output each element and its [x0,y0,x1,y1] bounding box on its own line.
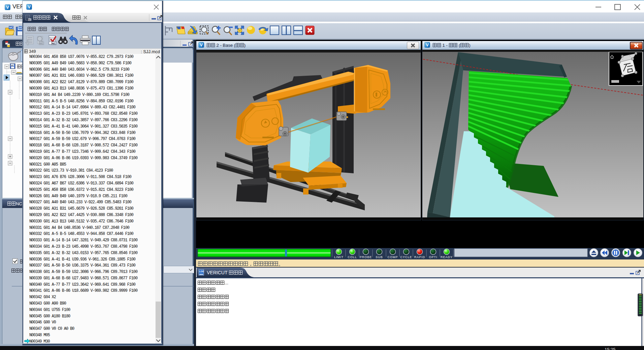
svg-text:NC: NC [52,42,56,45]
svg-text:NC: NC [29,19,32,21]
svg-text:VC: VC [11,65,14,67]
svg-text:VC: VC [9,26,13,29]
svg-text:LOG: LOG [199,270,204,273]
svg-text:OPTI: OPTI [429,255,437,259]
svg-text:LIMIT: LIMIT [334,255,344,259]
svg-text:CYCLE: CYCLE [400,255,412,259]
svg-text:COLL: COLL [348,255,357,259]
svg-text:SUB: SUB [376,255,383,259]
svg-text:PROBE: PROBE [360,255,372,259]
svg-text:READY: READY [441,255,453,259]
svg-text:NC: NC [39,42,43,45]
svg-text:RAPID: RAPID [414,255,425,259]
svg-text:COMP: COMP [388,255,398,259]
